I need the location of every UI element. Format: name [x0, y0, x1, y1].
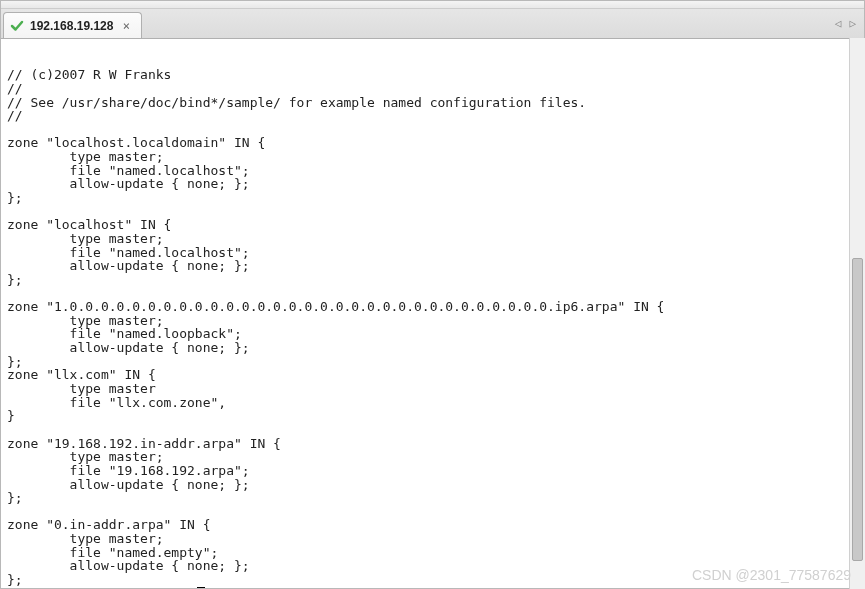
terminal-line: type master; [7, 150, 858, 164]
terminal-line: allow-update { none; }; [7, 559, 858, 573]
terminal-line: zone "1.0.0.0.0.0.0.0.0.0.0.0.0.0.0.0.0.… [7, 300, 858, 314]
terminal-window: 192.168.19.128 × ◁ ▷ // (c)2007 R W Fran… [0, 0, 865, 589]
terminal-line [7, 123, 858, 137]
terminal-line: }; [7, 355, 858, 369]
check-icon [10, 19, 24, 33]
terminal-line: file "named.loopback"; [7, 327, 858, 341]
terminal-line: zone "llx.com" IN { [7, 368, 858, 382]
prompt-text: [root@localhost ens33]# [7, 587, 195, 588]
terminal-line: zone "localhost.localdomain" IN { [7, 136, 858, 150]
window-titlebar [1, 1, 864, 9]
tab-bar: 192.168.19.128 × ◁ ▷ [1, 9, 864, 39]
terminal-line: allow-update { none; }; [7, 341, 858, 355]
terminal-line: }; [7, 191, 858, 205]
terminal-line: file "named.localhost"; [7, 246, 858, 260]
terminal-line: type master; [7, 232, 858, 246]
terminal-line [7, 287, 858, 301]
terminal-line: type master; [7, 532, 858, 546]
terminal-line: file "llx.com.zone", [7, 396, 858, 410]
tab-group: 192.168.19.128 × [3, 9, 142, 38]
tab-label: 192.168.19.128 [30, 19, 113, 33]
terminal-line: file "named.localhost"; [7, 164, 858, 178]
cursor [197, 587, 205, 588]
nav-next-icon[interactable]: ▷ [849, 17, 856, 30]
terminal-line [7, 205, 858, 219]
terminal-line: allow-update { none; }; [7, 259, 858, 273]
scrollbar-thumb[interactable] [852, 258, 863, 561]
close-icon[interactable]: × [119, 19, 133, 33]
terminal-prompt[interactable]: [root@localhost ens33]# [7, 587, 858, 588]
terminal-line: }; [7, 573, 858, 587]
terminal-line: file "19.168.192.arpa"; [7, 464, 858, 478]
terminal-line: file "named.empty"; [7, 546, 858, 560]
terminal-line: // [7, 109, 858, 123]
terminal-line: type master; [7, 450, 858, 464]
terminal-line: } [7, 409, 858, 423]
terminal-line: // (c)2007 R W Franks [7, 68, 858, 82]
terminal-line: zone "19.168.192.in-addr.arpa" IN { [7, 437, 858, 451]
tab-active[interactable]: 192.168.19.128 × [3, 12, 142, 38]
scrollbar[interactable] [849, 38, 865, 589]
terminal-line: type master [7, 382, 858, 396]
terminal-line: type master; [7, 314, 858, 328]
terminal-line: // See /usr/share/doc/bind*/sample/ for … [7, 96, 858, 110]
tab-nav-arrows: ◁ ▷ [835, 17, 864, 30]
terminal-line: }; [7, 491, 858, 505]
terminal-line: }; [7, 273, 858, 287]
terminal-line: allow-update { none; }; [7, 177, 858, 191]
nav-prev-icon[interactable]: ◁ [835, 17, 842, 30]
terminal-output[interactable]: // (c)2007 R W Franks//// See /usr/share… [1, 39, 864, 588]
terminal-line: // [7, 82, 858, 96]
terminal-line: zone "0.in-addr.arpa" IN { [7, 518, 858, 532]
terminal-line [7, 423, 858, 437]
terminal-line: allow-update { none; }; [7, 478, 858, 492]
terminal-line: zone "localhost" IN { [7, 218, 858, 232]
terminal-line [7, 505, 858, 519]
